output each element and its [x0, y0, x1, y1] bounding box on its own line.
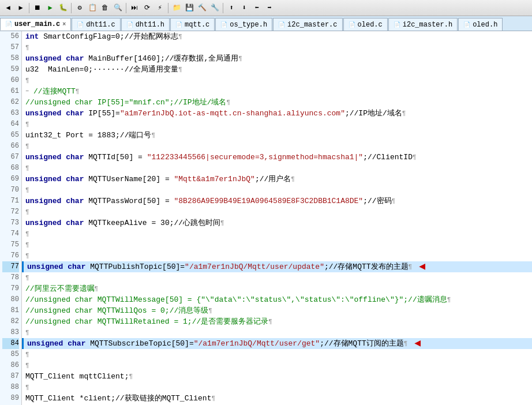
delete-icon[interactable]: 🗑: [99, 2, 111, 14]
refresh-icon[interactable]: ⟳: [141, 2, 153, 14]
token-para: ¶: [291, 174, 295, 185]
token-plain: MQTTSubscribeTopic[50]=: [85, 338, 193, 349]
token-para: ¶: [25, 382, 29, 393]
token-plain: uint32_t Port = 1883;//端口号: [25, 130, 151, 141]
token-plain: [61, 217, 66, 228]
token-kw: unsigned: [25, 108, 61, 119]
tab-label: oled.c: [358, 21, 383, 29]
run-icon[interactable]: ▶: [44, 2, 56, 14]
token-comment: //阿里云不需要遗嘱: [25, 283, 95, 294]
tab-oled_h[interactable]: 📄oled.h: [458, 18, 503, 31]
token-plain: u32 MainLen=0;·······//全局通用变量: [25, 64, 178, 75]
token-para: ¶: [25, 163, 29, 174]
line-number: 87: [2, 371, 19, 382]
token-plain: IP[55]=: [84, 108, 119, 119]
code-line: unsigned char IP[55]="a1m7er1nJbQ.iot-as…: [22, 108, 532, 119]
tab-oled_c[interactable]: 📄oled.c: [343, 18, 388, 31]
file-icon: 📄: [126, 21, 133, 28]
token-para: ¶: [404, 338, 408, 349]
code-line: unsigned char MQTTPublishTopic[50]="/a1m…: [22, 261, 532, 272]
collapse-icon[interactable]: −: [25, 86, 32, 97]
tab-label: os_type.h: [230, 21, 267, 29]
left-icon[interactable]: ⬅: [251, 2, 263, 14]
line-number: 70: [2, 185, 19, 196]
tab-os_type_h[interactable]: 📄os_type.h: [215, 18, 272, 31]
token-para: ¶: [402, 108, 406, 119]
tab-mqtt_c[interactable]: 📄mqtt.c: [170, 18, 215, 31]
token-string: "112233445566|securemode=3,signmethod=hm…: [147, 152, 363, 163]
token-para: ¶: [25, 228, 29, 239]
code-line: MQTT_Client *client;//获取链接的MQTT_Client¶: [22, 393, 532, 404]
folder-icon[interactable]: 📁: [171, 2, 182, 14]
code-line: unsigned char MainBuffer[1460];//缓存数据,全局…: [22, 53, 532, 64]
token-string: "a1m7er1nJbQ.iot-as-mqtt.cn-shanghai.ali…: [120, 108, 345, 119]
search-icon[interactable]: 🔍: [112, 2, 123, 14]
code-line: ¶: [22, 185, 532, 196]
sep1: [29, 3, 29, 13]
token-string: "/a1m7er1nJbQ/Mqtt/user/update": [185, 261, 324, 272]
wrench-icon[interactable]: 🔧: [209, 2, 220, 14]
back-icon[interactable]: ◀: [2, 2, 14, 14]
file-icon: 📄: [394, 21, 400, 28]
line-number: 64: [2, 119, 19, 130]
file-icon: 📄: [349, 21, 355, 28]
code-line: ¶: [22, 163, 532, 174]
file-icon: 📄: [463, 21, 470, 28]
flash-icon[interactable]: ⚡: [154, 2, 166, 14]
forward-icon[interactable]: ▶: [15, 2, 27, 14]
tab-label: user_main.c: [14, 20, 60, 28]
token-plain: [61, 53, 66, 64]
stop-icon[interactable]: ⏹: [32, 2, 43, 14]
save-icon[interactable]: 💾: [183, 2, 195, 14]
token-para: ¶: [25, 119, 29, 130]
code-line: MQTT_Client mqttClient;¶: [22, 371, 532, 382]
tab-i2c_master_c[interactable]: 📄i2c_master.c: [273, 18, 342, 31]
tab-close-icon[interactable]: ×: [62, 21, 66, 28]
token-plain: [61, 108, 66, 119]
code-line: //unsigned char IP[55]="mnif.cn";//IP地址/…: [22, 97, 532, 108]
debug-icon[interactable]: 🐛: [57, 2, 69, 14]
token-plain: MQTTPassWord[50] =: [84, 196, 174, 207]
build-icon[interactable]: 🔨: [196, 2, 208, 14]
token-kw: unsigned: [25, 174, 61, 185]
tab-user_main_c[interactable]: 📄user_main.c×: [0, 18, 71, 31]
settings-icon[interactable]: ⚙: [74, 2, 85, 14]
token-para: ¶: [25, 349, 29, 360]
up-icon[interactable]: ⬆: [226, 2, 237, 14]
code-line: −//连接MQTT¶: [22, 86, 532, 97]
sep3: [126, 3, 126, 13]
code-line: int SmartConfigFlag=0;//开始配网标志¶: [22, 31, 532, 42]
line-number: 86: [2, 360, 19, 371]
tab-dht11_c[interactable]: 📄dht11.c: [72, 18, 120, 31]
line-number: 68: [2, 163, 19, 174]
token-para: ¶: [220, 217, 224, 228]
right-icon[interactable]: ➡: [264, 2, 275, 14]
token-plain: [61, 196, 66, 207]
token-para: ¶: [25, 42, 29, 53]
toolbar: ◀ ▶ ⏹ ▶ 🐛 ⚙ 📋 🗑 🔍 ⏭ ⟳ ⚡ 📁 💾 🔨 🔧 ⬆ ⬇ ⬅ ➡: [0, 0, 532, 16]
line-number: 88: [2, 382, 19, 393]
code-area[interactable]: int SmartConfigFlag=0;//开始配网标志¶¶unsigned…: [22, 31, 532, 405]
down-icon[interactable]: ⬇: [238, 2, 250, 14]
tab-dht11_h[interactable]: 📄dht11.h: [121, 18, 170, 31]
skip-icon[interactable]: ⏭: [129, 2, 140, 14]
line-number: 83: [2, 327, 19, 338]
line-number: 63: [2, 108, 19, 119]
token-para: ¶: [151, 130, 155, 141]
clipboard-icon[interactable]: 📋: [87, 2, 98, 14]
code-line: ¶: [22, 119, 532, 130]
token-plain: [61, 152, 66, 163]
line-number: 78: [2, 272, 19, 283]
tab-label: i2c_master.h: [403, 21, 452, 29]
file-icon: 📄: [278, 21, 285, 28]
tab-label: dht11.c: [86, 21, 115, 29]
tab-i2c_master_h[interactable]: 📄i2c_master.h: [388, 18, 458, 31]
token-para: ¶: [129, 371, 133, 382]
token-para: ¶: [238, 53, 242, 64]
token-para: ¶: [25, 75, 29, 86]
token-para: ¶: [25, 141, 29, 152]
token-plain: SmartConfigFlag=0;//开始配网标志: [39, 31, 178, 42]
sep5: [223, 3, 223, 13]
token-plain: [63, 261, 68, 272]
token-para: ¶: [25, 185, 29, 196]
